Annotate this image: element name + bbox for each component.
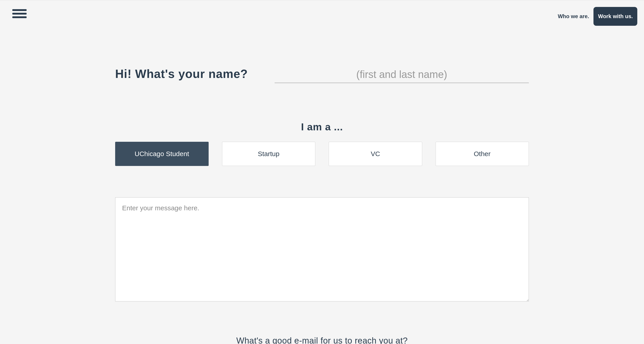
role-button-startup[interactable]: Startup [222, 142, 316, 166]
role-label: I am a ... [115, 121, 529, 133]
work-with-us-button[interactable]: Work with us. [594, 7, 637, 26]
nav-links: Who we are. Work with us. [558, 7, 637, 26]
who-we-are-link[interactable]: Who we are. [558, 13, 589, 20]
name-label: Hi! What's your name? [115, 67, 248, 81]
email-label: What's a good e-mail for us to reach you… [115, 336, 529, 344]
role-button-uchicago-student[interactable]: UChicago Student [115, 142, 209, 166]
message-textarea[interactable] [115, 197, 529, 301]
role-button-vc[interactable]: VC [329, 142, 422, 166]
contact-form: Hi! What's your name? I am a ... UChicag… [49, 26, 595, 344]
name-input[interactable] [274, 66, 529, 83]
role-button-other[interactable]: Other [436, 142, 529, 166]
role-buttons: UChicago Student Startup VC Other [115, 142, 529, 166]
hamburger-menu-icon[interactable] [12, 7, 26, 18]
